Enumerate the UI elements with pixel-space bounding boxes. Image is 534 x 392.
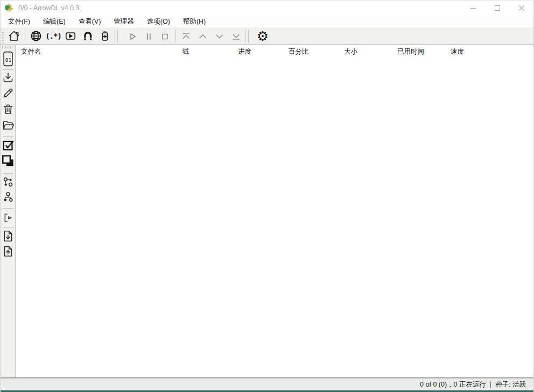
move-down-button[interactable] [211, 28, 228, 44]
window-title: 0/0 - ArrowDL v4.0.3 [18, 4, 79, 12]
checkbox-check-icon [2, 139, 15, 152]
menu-view[interactable]: 查看(V) [74, 16, 106, 27]
arrowdl-window: { "titlebar": { "title": "0/0 - ArrowDL … [0, 0, 534, 392]
add-batch-button[interactable] [96, 28, 114, 44]
toolbar-separator [248, 30, 249, 42]
move-top-icon [179, 30, 193, 42]
sidebar-separator [3, 69, 13, 70]
select-all-button[interactable] [2, 139, 15, 152]
close-icon [518, 5, 525, 11]
delete-button[interactable] [2, 103, 15, 116]
sidebar-separator [3, 227, 13, 227]
download-button[interactable] [2, 72, 15, 84]
menubar: 文件(F) 编辑(E) 查看(V) 管理器 选项(O) 帮助(H) [1, 16, 533, 27]
bracket-play-icon [2, 212, 14, 224]
battery-plus-icon [99, 30, 111, 42]
column-header-progress[interactable]: 进度 [238, 45, 251, 57]
move-down-icon [213, 30, 226, 42]
stop-button[interactable] [157, 28, 173, 44]
menu-file[interactable]: 文件(F) [3, 16, 35, 27]
pencil-icon [2, 87, 15, 99]
home-icon [8, 30, 20, 42]
sidebar-separator [3, 173, 13, 174]
resume-button[interactable] [124, 28, 140, 44]
import-file-button[interactable] [2, 230, 15, 243]
add-content-button[interactable]: (.*) [45, 28, 62, 44]
maximize-button[interactable] [485, 1, 509, 16]
svg-text:01: 01 [5, 57, 12, 63]
toolbar-grip[interactable] [2, 30, 4, 42]
column-header-filename[interactable]: 文件名 [21, 45, 41, 57]
menu-edit[interactable]: 编辑(E) [38, 16, 71, 27]
overlap-squares-icon [2, 154, 15, 168]
gear-icon: ⚙ [257, 30, 269, 43]
column-header-percent[interactable]: 百分比 [289, 45, 309, 57]
open-folder-icon [2, 119, 15, 132]
select-completed-button[interactable] [2, 154, 15, 168]
globe-icon [30, 30, 43, 42]
sidebar-grip[interactable] [2, 46, 13, 48]
main-toolbar: (.*) [1, 27, 533, 45]
run-batch-button[interactable] [2, 212, 14, 224]
rename-button[interactable] [2, 87, 15, 99]
file-up-arrow-icon [2, 245, 15, 258]
regex-icon: (.*) [45, 32, 61, 40]
pause-icon [142, 30, 155, 42]
maximize-icon [494, 5, 501, 11]
titlebar: 0/0 - ArrowDL v4.0.3 [1, 1, 533, 16]
move-bottom-icon [229, 30, 243, 42]
status-summary: 0 of 0 (0)，0 正在运行 [420, 380, 486, 389]
binary-file-button[interactable]: 01 [3, 51, 13, 67]
menu-manager[interactable]: 管理器 [109, 16, 139, 27]
move-top-button[interactable] [178, 28, 194, 44]
binary-file-icon: 01 [3, 51, 13, 67]
magnet-icon [81, 30, 95, 42]
column-header-size[interactable]: 大小 [344, 45, 357, 57]
pause-button[interactable] [140, 28, 157, 44]
move-up-icon [196, 30, 209, 42]
node-group-b-button[interactable] [2, 191, 15, 203]
statusbar: 0 of 0 (0)，0 正在运行 种子: 活跃 [1, 378, 533, 390]
menu-help[interactable]: 帮助(H) [178, 16, 210, 27]
app-logo-icon [4, 3, 14, 13]
toolbar-separator [117, 30, 118, 42]
sidebar-separator [3, 208, 13, 209]
column-header-domain[interactable]: 域 [182, 45, 189, 57]
add-torrent-button[interactable] [79, 28, 96, 44]
file-down-arrow-icon [2, 230, 15, 243]
export-file-button[interactable] [2, 245, 15, 258]
move-up-button[interactable] [194, 28, 211, 44]
minimize-icon [470, 5, 476, 11]
toolbar-separator [115, 30, 115, 42]
toolbar-separator [25, 30, 25, 42]
trash-icon [2, 103, 15, 116]
menu-options[interactable]: 选项(O) [142, 16, 175, 27]
open-folder-button[interactable] [2, 119, 15, 132]
status-torrent: 种子: 活跃 [495, 380, 526, 389]
statusbar-separator [490, 381, 491, 388]
sidebar-toolbar: 01 [1, 45, 16, 377]
sidebar-separator [3, 136, 13, 137]
stop-icon [158, 30, 171, 42]
settings-button[interactable]: ⚙ [254, 28, 271, 44]
toolbar-separator [245, 30, 246, 42]
add-stream-button[interactable] [62, 28, 79, 44]
column-header-elapsed[interactable]: 已用时间 [397, 45, 424, 57]
video-play-icon [64, 30, 77, 42]
download-list: 文件名 域 进度 百分比 大小 已用时间 速度 [16, 45, 533, 377]
download-icon [2, 72, 15, 84]
node-cluster-icon [2, 176, 15, 188]
toolbar-separator [175, 30, 175, 42]
node-group-a-button[interactable] [2, 176, 15, 188]
home-button[interactable] [5, 28, 23, 44]
node-hierarchy-icon [2, 191, 15, 203]
play-icon [126, 30, 139, 42]
column-header-speed[interactable]: 速度 [451, 45, 464, 57]
minimize-button[interactable] [461, 1, 485, 16]
move-bottom-button[interactable] [228, 28, 244, 44]
content-area: 01 [1, 45, 533, 378]
add-url-button[interactable] [27, 28, 45, 44]
close-button[interactable] [509, 1, 533, 16]
